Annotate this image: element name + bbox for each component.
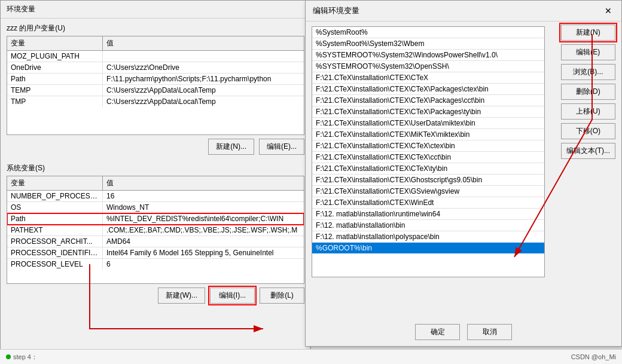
- right-move-down-btn[interactable]: 下移(O): [561, 123, 615, 139]
- path-list-item[interactable]: F:\21.CTeX\installation\CTEX\CTeX\ty\bin: [312, 163, 544, 175]
- right-edit-text-btn[interactable]: 编辑文本(T)...: [561, 143, 615, 159]
- env-vars-title: 环境变量: [7, 5, 35, 13]
- sys-var-name: PATHEXT: [7, 225, 103, 235]
- sys-edit-btn[interactable]: 编辑(I)...: [210, 287, 255, 304]
- sys-var-row[interactable]: Path%INTEL_DEV_REDIST%redist\intel64\com…: [7, 213, 304, 225]
- sys-col-val-header: 值: [103, 176, 304, 190]
- path-list[interactable]: %SystemRoot%%SystemRoot%\System32\Wbem%S…: [312, 26, 545, 277]
- edit-env-panel: 编辑环境变量 ✕ 新建(N) 编辑(E) 浏览(B)... 删除(D) 上移(U…: [305, 0, 622, 347]
- path-list-item[interactable]: F:\12. matlab\installation\bin: [312, 220, 544, 231]
- sys-var-name: Path: [7, 213, 103, 224]
- col-val-header: 值: [103, 36, 304, 50]
- sys-var-row[interactable]: PATHEXT.COM;.EXE;.BAT;.CMD;.VBS;.VBE;.JS…: [7, 225, 304, 236]
- sys-vars-rows: NUMBER_OF_PROCESSORS16OSWindows_NTPath%I…: [7, 191, 304, 283]
- user-var-row[interactable]: TMPC:\Users\zzz\AppData\Local\Temp: [7, 96, 304, 107]
- sys-var-row[interactable]: PROCESSOR_IDENTIFIERIntel64 Family 6 Mod…: [7, 247, 304, 259]
- edit-panel-footer: 确定 取消: [306, 324, 621, 340]
- sys-var-row[interactable]: PROCESSOR_ARCHIT...AMD64: [7, 236, 304, 247]
- user-var-row[interactable]: OneDriveC:\Users\zzz\OneDrive: [7, 62, 304, 74]
- green-dot: [6, 354, 11, 359]
- right-move-up-btn[interactable]: 上移(U): [561, 103, 615, 120]
- path-list-item[interactable]: F:\21.CTeX\installation\CTEX\CTeX\Packag…: [312, 106, 544, 118]
- sys-var-row[interactable]: PROCESSOR_LEVEL6: [7, 259, 304, 270]
- user-vars-btns: 新建(N)... 编辑(E)...: [1, 135, 310, 158]
- user-new-btn[interactable]: 新建(N)...: [208, 139, 254, 155]
- sys-vars-header: 变量 值: [7, 176, 304, 191]
- right-new-btn[interactable]: 新建(N): [561, 25, 615, 41]
- sys-var-row[interactable]: NUMBER_OF_PROCESSORS16: [7, 191, 304, 202]
- sys-var-name: PROCESSOR_IDENTIFIER: [7, 247, 103, 258]
- path-list-item[interactable]: F:\21.CTeX\installation\CTEX\Ghostscript…: [312, 175, 544, 186]
- user-var-row[interactable]: PathF:\11.pycharm\python\Scripts;F:\11.p…: [7, 74, 304, 85]
- cancel-btn[interactable]: 取消: [467, 324, 512, 340]
- user-var-name: MOZ_PLUGIN_PATH: [7, 51, 103, 62]
- sys-var-val: Windows_NT: [103, 202, 304, 213]
- edit-panel-title-text: 编辑环境变量: [313, 5, 359, 16]
- sys-vars-btns: 新建(W)... 编辑(I)... 删除(L): [1, 284, 310, 307]
- path-list-item[interactable]: F:\21.CTeX\installation\CTEX\UserData\mi…: [312, 118, 544, 129]
- user-var-val: [103, 51, 304, 62]
- path-list-item[interactable]: F:\21.CTeX\installation\CTEX\CTeX\ctex\b…: [312, 140, 544, 152]
- user-var-name: Path: [7, 74, 103, 84]
- sys-var-name: PROCESSOR_LEVEL: [7, 259, 103, 270]
- right-edit-btn[interactable]: 编辑(E): [561, 44, 615, 60]
- path-list-item[interactable]: F:\21.CTeX\installation\CTEX\CTeX\Packag…: [312, 95, 544, 106]
- user-var-val: C:\Users\zzz\OneDrive: [103, 62, 304, 73]
- user-vars-table: 变量 值 MOZ_PLUGIN_PATHOneDriveC:\Users\zzz…: [7, 36, 304, 135]
- user-var-row[interactable]: MOZ_PLUGIN_PATH: [7, 51, 304, 62]
- user-vars-label: zzz 的用户变量(U): [1, 19, 310, 36]
- panel-title: 环境变量: [1, 1, 310, 19]
- right-action-buttons: 新建(N) 编辑(E) 浏览(B)... 删除(D) 上移(U) 下移(O) 编…: [561, 25, 615, 159]
- sys-col-var-header: 变量: [7, 176, 103, 190]
- right-delete-btn[interactable]: 删除(D): [561, 84, 615, 100]
- ok-btn[interactable]: 确定: [415, 324, 460, 340]
- env-vars-panel: 环境变量 zzz 的用户变量(U) 变量 值 MOZ_PLUGIN_PATHOn…: [0, 0, 311, 364]
- user-vars-header: 变量 值: [7, 36, 304, 51]
- sys-var-name: OS: [7, 202, 103, 213]
- user-var-name: TMP: [7, 96, 103, 107]
- path-list-item[interactable]: %SystemRoot%\System32\Wbem: [312, 38, 544, 50]
- path-list-item[interactable]: F:\12. matlab\installation\runtime\win64: [312, 209, 544, 220]
- user-var-name: OneDrive: [7, 62, 103, 73]
- sys-var-val: .COM;.EXE;.BAT;.CMD;.VBS;.VBE;.JS;.JSE;.…: [103, 225, 304, 235]
- user-var-val: F:\11.pycharm\python\Scripts;F:\11.pycha…: [103, 74, 304, 84]
- path-list-item[interactable]: %SYSTEMROOT%\System32\OpenSSH\: [312, 61, 544, 72]
- path-list-item[interactable]: F:\12. matlab\installation\polyspace\bin: [312, 231, 544, 243]
- edit-panel-title: 编辑环境变量 ✕: [306, 1, 621, 22]
- close-btn[interactable]: ✕: [602, 6, 614, 16]
- path-list-item[interactable]: %SystemRoot%: [312, 27, 544, 38]
- path-list-item[interactable]: F:\21.CTeX\installation\CTEX\CTeX: [312, 72, 544, 84]
- path-list-item[interactable]: F:\21.CTeX\installation\CTEX\WinEdt: [312, 197, 544, 209]
- csdn-label: CSDN @oh_Mi: [571, 353, 616, 360]
- user-vars-rows: MOZ_PLUGIN_PATHOneDriveC:\Users\zzz\OneD…: [7, 51, 304, 134]
- bottom-bar: step 4： CSDN @oh_Mi: [0, 349, 622, 364]
- sys-var-name: PROCESSOR_ARCHIT...: [7, 236, 103, 247]
- sys-vars-label: 系统变量(S): [1, 158, 310, 176]
- sys-var-val: 6: [103, 259, 304, 270]
- user-var-row[interactable]: TEMPC:\Users\zzz\AppData\Local\Temp: [7, 85, 304, 96]
- path-list-item[interactable]: F:\21.CTeX\installation\CTEX\GSview\gsvi…: [312, 186, 544, 197]
- user-var-name: TEMP: [7, 85, 103, 96]
- user-var-val: C:\Users\zzz\AppData\Local\Temp: [103, 85, 304, 96]
- sys-delete-btn[interactable]: 删除(L): [260, 287, 304, 304]
- right-browse-btn[interactable]: 浏览(B)...: [561, 64, 615, 80]
- user-edit-btn[interactable]: 编辑(E)...: [259, 139, 304, 155]
- path-list-item[interactable]: F:\21.CTeX\installation\CTEX\MiKTeX\mikt…: [312, 129, 544, 140]
- path-list-item[interactable]: F:\21.CTeX\installation\CTEX\CTeX\Packag…: [312, 84, 544, 95]
- path-list-item[interactable]: %SYSTEMROOT%\System32\WindowsPowerShell\…: [312, 50, 544, 61]
- step-text: step 4：: [13, 353, 38, 362]
- sys-var-row[interactable]: OSWindows_NT: [7, 202, 304, 213]
- col-var-header: 变量: [7, 36, 103, 50]
- user-var-val: C:\Users\zzz\AppData\Local\Temp: [103, 96, 304, 107]
- path-list-item[interactable]: F:\21.CTeX\installation\CTEX\CTeX\cct\bi…: [312, 152, 544, 163]
- sys-var-val: AMD64: [103, 236, 304, 247]
- sys-var-val: 16: [103, 191, 304, 201]
- sys-var-val: Intel64 Family 6 Model 165 Stepping 5, G…: [103, 247, 304, 258]
- path-list-item[interactable]: %GOROOT%\bin: [312, 243, 544, 253]
- sys-new-btn[interactable]: 新建(W)...: [158, 287, 205, 304]
- sys-var-name: NUMBER_OF_PROCESSORS: [7, 191, 103, 201]
- sys-var-val: %INTEL_DEV_REDIST%redist\intel64\compile…: [103, 213, 304, 224]
- sys-vars-table: 变量 值 NUMBER_OF_PROCESSORS16OSWindows_NTP…: [7, 176, 304, 284]
